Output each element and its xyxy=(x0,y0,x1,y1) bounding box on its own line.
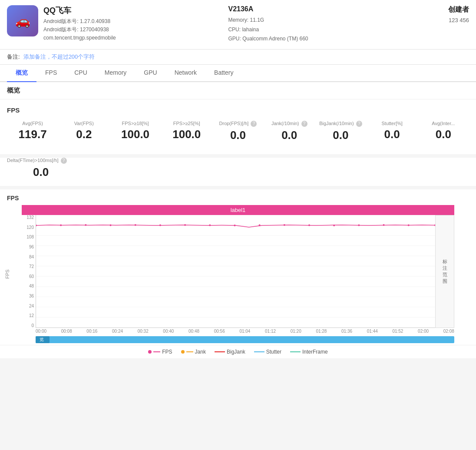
x-label-13: 01:44 xyxy=(367,329,378,334)
metric-var-fps: Var(FPS) 0.2 xyxy=(58,121,109,141)
legend-stutter: Stutter xyxy=(254,349,281,355)
y-label-96: 96 xyxy=(22,245,36,249)
x-label-4: 00:32 xyxy=(138,329,149,334)
metric-label-avg-fps: Avg(FPS) xyxy=(7,121,58,126)
x-label-5: 00:40 xyxy=(163,329,174,334)
x-label-0: 00:00 xyxy=(36,329,46,334)
legend-bar: FPS Jank BigJank Stutter InterFrame xyxy=(0,345,476,358)
metric-label-fps-18: FPS>≥18[%] xyxy=(109,121,161,126)
x-label-10: 01:20 xyxy=(291,329,301,334)
help-drop-fps[interactable]: ? xyxy=(251,121,257,127)
note-placeholder[interactable]: 添加备注，不超过200个字符 xyxy=(23,53,95,61)
svg-point-11 xyxy=(36,225,37,226)
svg-point-17 xyxy=(184,224,186,226)
legend-jank: Jank xyxy=(181,349,206,355)
metric-value-fps-25: 100.0 xyxy=(161,128,212,141)
metric-value-drop-fps: 0.0 xyxy=(212,129,264,142)
x-label-15: 02:00 xyxy=(418,329,429,334)
delta-section: Delta(FTime)>100ms[/h] ? 0.0 xyxy=(0,158,476,186)
scrollbar-handle[interactable]: 览 xyxy=(36,336,48,343)
app-name: QQ飞车 xyxy=(43,5,219,16)
creator-info: 创建者 123 456 xyxy=(448,5,469,23)
y-axis-title: FPS xyxy=(5,269,10,278)
delta-label: Delta(FTime)>100ms[/h] ? xyxy=(7,158,469,164)
svg-point-23 xyxy=(333,225,335,226)
x-label-3: 00:24 xyxy=(112,329,123,334)
creator-label: 创建者 xyxy=(448,5,469,14)
legend-fps-line xyxy=(153,351,160,352)
memory-info: Memory: 11.1G xyxy=(228,16,440,25)
android-version: Android版本号: 1.27.0.40938 xyxy=(43,17,219,26)
legend-jank-icon xyxy=(181,350,185,354)
svg-point-22 xyxy=(308,224,310,226)
x-label-7: 00:56 xyxy=(214,329,225,334)
legend-fps-label: FPS xyxy=(162,349,172,355)
y-label-120: 120 xyxy=(22,225,36,230)
tab-memory[interactable]: Memory xyxy=(96,65,136,81)
legend-fps: FPS xyxy=(148,349,172,355)
svg-point-14 xyxy=(110,224,112,226)
tab-gpu[interactable]: GPU xyxy=(135,65,165,81)
x-label-9: 01:12 xyxy=(265,329,276,334)
metric-label-var-fps: Var(FPS) xyxy=(58,121,109,126)
legend-stutter-label: Stutter xyxy=(266,349,281,355)
y-label-72: 72 xyxy=(22,264,36,269)
x-label-1: 00:08 xyxy=(61,329,72,334)
tab-fps[interactable]: FPS xyxy=(36,65,66,81)
svg-point-27 xyxy=(434,224,435,226)
chart-label1: label1 xyxy=(231,207,246,213)
right-panel-line1: 标 xyxy=(443,258,447,265)
y-label-132: 132 xyxy=(22,215,36,220)
help-delta[interactable]: ? xyxy=(61,158,67,164)
tab-network[interactable]: Network xyxy=(166,65,205,81)
metric-avg-inter: Avg(Inter... 0.0 xyxy=(418,121,469,141)
chart-scrollbar[interactable]: 览 xyxy=(36,336,454,343)
chart-title: FPS xyxy=(0,195,476,202)
right-panel-line2: 注 xyxy=(443,265,447,271)
y-label-12: 12 xyxy=(22,313,36,318)
y-label-24: 24 xyxy=(22,304,36,308)
section-header: 概览 xyxy=(0,82,476,99)
legend-interframe: InterFrame xyxy=(290,349,328,355)
device-info: V2136A Memory: 11.1G CPU: lahaina GPU: Q… xyxy=(219,5,448,44)
svg-point-16 xyxy=(159,224,161,226)
header: 🚗 QQ飞车 Android版本号: 1.27.0.40938 Android版… xyxy=(0,0,476,50)
metric-jank: Jank(/10min) ? 0.0 xyxy=(264,121,315,142)
y-label-84: 84 xyxy=(22,255,36,259)
svg-point-12 xyxy=(60,224,62,226)
svg-point-13 xyxy=(85,224,86,226)
x-label-2: 00:16 xyxy=(86,329,97,334)
metric-drop-fps: Drop(FPS)[/h] ? 0.0 xyxy=(212,121,264,142)
legend-stutter-line xyxy=(254,351,264,352)
legend-bigjank-label: BigJank xyxy=(227,349,245,355)
x-label-11: 01:28 xyxy=(316,329,327,334)
tab-overview[interactable]: 概览 xyxy=(7,65,36,81)
delta-value: 0.0 xyxy=(33,165,469,179)
metric-bigjank: BigJank(/10min) ? 0.0 xyxy=(315,121,366,142)
right-panel-line3: 范 xyxy=(443,271,447,278)
legend-jank-line xyxy=(186,351,193,352)
tab-battery[interactable]: Battery xyxy=(205,65,242,81)
y-label-48: 48 xyxy=(22,284,36,288)
x-label-12: 01:36 xyxy=(341,329,352,334)
note-bar: 备注: 添加备注，不超过200个字符 xyxy=(0,50,476,65)
svg-point-15 xyxy=(135,224,136,226)
x-label-14: 01:52 xyxy=(392,329,403,334)
metric-value-jank: 0.0 xyxy=(264,129,315,142)
svg-point-19 xyxy=(234,225,235,226)
metric-label-bigjank: BigJank(/10min) ? xyxy=(315,121,366,127)
x-label-8: 01:04 xyxy=(239,329,250,334)
tab-cpu[interactable]: CPU xyxy=(66,65,96,81)
svg-point-20 xyxy=(259,224,261,226)
section-title: 概览 xyxy=(7,86,20,94)
metric-label-jank: Jank(/10min) ? xyxy=(264,121,315,127)
legend-bigjank-line xyxy=(215,351,225,352)
fps-section-title: FPS xyxy=(7,106,469,114)
x-label-6: 00:48 xyxy=(188,329,199,334)
app-icon: 🚗 xyxy=(7,5,38,36)
metric-value-fps-18: 100.0 xyxy=(109,128,161,141)
help-bigjank[interactable]: ? xyxy=(356,121,362,127)
chart-label-bar: label1 xyxy=(22,205,454,215)
help-jank[interactable]: ? xyxy=(301,121,307,127)
metric-fps-25: FPS>≥25[%] 100.0 xyxy=(161,121,212,141)
